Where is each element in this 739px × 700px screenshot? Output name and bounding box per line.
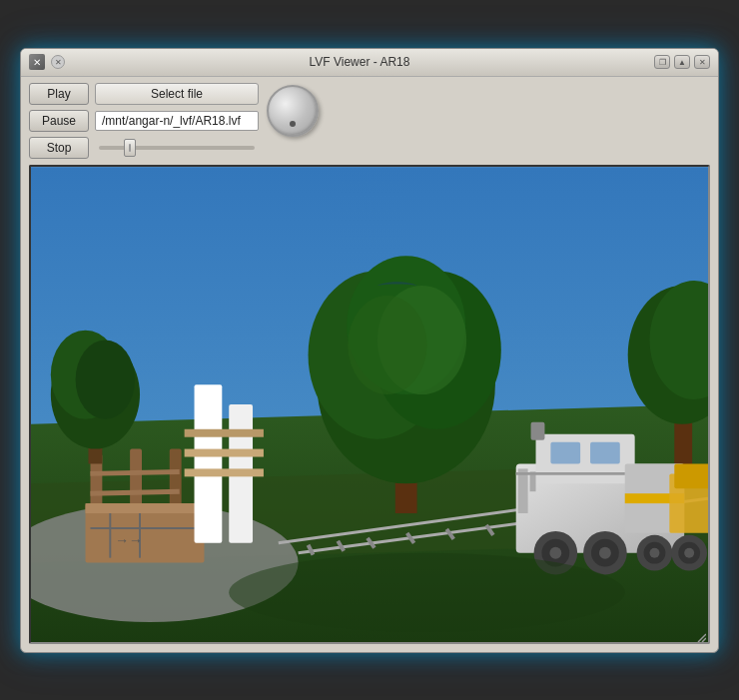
svg-rect-66 (531, 421, 545, 439)
slider-thumb[interactable] (124, 139, 136, 157)
pause-button[interactable]: Pause (29, 110, 89, 132)
svg-point-60 (650, 547, 660, 557)
svg-point-54 (549, 546, 561, 558)
svg-point-35 (76, 340, 135, 418)
svg-rect-31 (185, 428, 264, 436)
toolbar: Play Select file Pause Stop (21, 77, 718, 165)
svg-line-71 (698, 634, 706, 642)
viewer-canvas: →→ (31, 167, 708, 642)
volume-knob-marker (290, 121, 296, 127)
volume-knob[interactable] (267, 85, 319, 137)
restore-button[interactable]: ❐ (654, 55, 670, 69)
play-button[interactable]: Play (29, 83, 89, 105)
titlebar: ✕ ✕ LVF Viewer - AR18 ❐ ▲ ✕ (21, 49, 718, 77)
titlebar-left: ✕ ✕ (29, 54, 65, 70)
select-file-button[interactable]: Select file (95, 83, 259, 105)
svg-point-57 (599, 546, 611, 558)
window-title: LVF Viewer - AR18 (65, 55, 654, 69)
resize-handle[interactable] (694, 628, 706, 640)
svg-point-63 (684, 547, 694, 557)
svg-rect-69 (674, 463, 708, 488)
app-icon: ✕ (29, 54, 45, 70)
toolbar-main-row: Play Select file Pause Stop (29, 83, 710, 159)
minimize-button[interactable]: ▲ (674, 55, 690, 69)
playback-slider-row (95, 146, 259, 150)
main-window: ✕ ✕ LVF Viewer - AR18 ❐ ▲ ✕ Play Select … (20, 48, 719, 653)
play-row: Play Select file (29, 83, 259, 105)
svg-line-20 (90, 491, 179, 493)
stop-row: Stop (29, 137, 259, 159)
svg-point-42 (348, 295, 426, 393)
stop-button[interactable]: Stop (29, 137, 89, 159)
svg-rect-48 (550, 441, 580, 463)
close-x-button[interactable]: ✕ (51, 55, 65, 69)
scene-svg: →→ (31, 167, 708, 642)
svg-rect-64 (518, 468, 528, 513)
svg-rect-29 (185, 448, 264, 456)
svg-line-72 (702, 638, 706, 642)
window-controls: ❐ ▲ ✕ (654, 55, 710, 69)
svg-rect-30 (185, 468, 264, 476)
svg-text:→→: →→ (115, 531, 143, 547)
volume-knob-area (267, 83, 319, 137)
svg-rect-49 (590, 441, 620, 463)
slider-track (99, 146, 255, 150)
file-path-input[interactable] (95, 111, 259, 131)
close-button[interactable]: ✕ (694, 55, 710, 69)
pause-row: Pause (29, 110, 259, 132)
controls-column: Play Select file Pause Stop (29, 83, 259, 159)
svg-point-70 (229, 552, 624, 631)
svg-rect-27 (195, 384, 223, 543)
svg-rect-22 (86, 503, 205, 513)
viewer-area: →→ (29, 165, 710, 644)
svg-line-19 (90, 471, 179, 473)
